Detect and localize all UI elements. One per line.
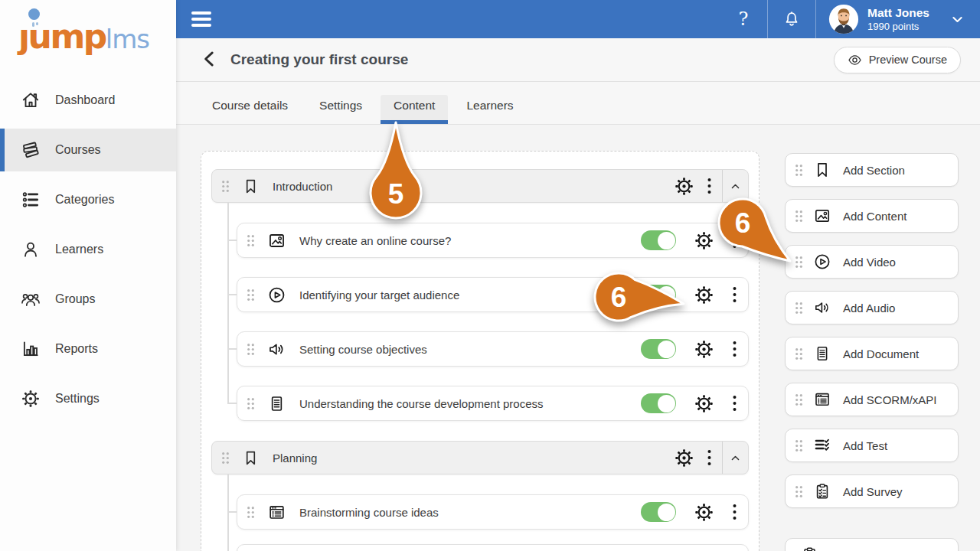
item-settings-gear-icon[interactable] (694, 230, 714, 251)
course-section-introduction: Introduction (211, 169, 749, 421)
add-video-button[interactable]: Add Video (785, 245, 959, 279)
sidebar-item-label: Categories (55, 193, 114, 207)
course-section-planning: Planning (211, 441, 749, 551)
sidebar-item-courses[interactable]: Courses (0, 129, 176, 171)
add-section-button[interactable]: Add Section (785, 153, 959, 187)
drag-handle-icon[interactable] (221, 180, 230, 193)
add-audio-button[interactable]: Add Audio (785, 291, 959, 324)
kebab-menu-icon[interactable] (732, 395, 737, 412)
drag-handle-icon[interactable] (247, 506, 255, 519)
sidebar-item-settings[interactable]: Settings (0, 377, 176, 420)
kebab-menu-icon[interactable] (732, 504, 737, 520)
enabled-toggle[interactable] (641, 502, 676, 522)
chevron-down-icon (950, 12, 965, 27)
course-tabs: Course details Settings Content Learners (176, 82, 980, 125)
user-name: Matt Jones (867, 5, 929, 20)
brand-logo[interactable]: ȷumplms (0, 0, 176, 79)
section-settings-gear-icon[interactable] (674, 176, 694, 197)
content-item-row: Setting course objectives (237, 331, 749, 367)
books-icon (21, 140, 41, 160)
page-title: Creating your first course (230, 51, 408, 68)
tab-learners[interactable]: Learners (453, 95, 526, 124)
paste-element-button[interactable]: Paste Element (785, 538, 959, 551)
user-info: Matt Jones 1990 points (867, 5, 929, 33)
sidebar-item-label: Courses (55, 143, 101, 157)
image-icon (267, 231, 286, 250)
drag-handle-icon (795, 439, 803, 452)
drag-handle-icon[interactable] (247, 234, 255, 247)
sidebar-item-categories[interactable]: Categories (0, 178, 176, 221)
section-settings-gear-icon[interactable] (674, 448, 694, 468)
content-item-title: Brainstorming course ideas (299, 506, 439, 519)
drag-handle-icon (795, 347, 803, 360)
notifications-button[interactable] (768, 0, 815, 38)
course-page: Creating your first course Preview Cours… (176, 38, 980, 551)
survey-icon (813, 482, 831, 500)
avatar (828, 4, 859, 34)
sidebar-item-reports[interactable]: Reports (0, 328, 176, 370)
item-settings-gear-icon[interactable] (694, 285, 714, 305)
sidebar: ȷumplms Dashboard Courses Categories Lea… (0, 0, 176, 551)
content-item-row: Understanding the course development pro… (237, 386, 749, 421)
logo-ball-icon (28, 8, 40, 20)
image-icon (813, 207, 831, 225)
topbar: ? (176, 0, 980, 38)
drag-handle-icon (795, 210, 803, 223)
chevron-left-icon (200, 49, 220, 69)
tab-content[interactable]: Content (381, 95, 448, 124)
sidebar-item-label: Learners (55, 243, 103, 256)
user-menu[interactable]: Matt Jones 1990 points (816, 0, 980, 38)
drag-handle-icon (795, 485, 803, 498)
hamburger-icon (191, 11, 211, 15)
collapse-section-button[interactable] (723, 170, 748, 202)
content-item-title: Identifying your target audience (299, 289, 459, 302)
play-circle-icon (267, 285, 286, 305)
tab-settings[interactable]: Settings (306, 95, 375, 124)
item-settings-gear-icon[interactable] (694, 393, 714, 414)
gear-icon (21, 389, 41, 409)
scorm-icon (267, 503, 286, 522)
enabled-toggle[interactable] (641, 285, 676, 305)
add-survey-button[interactable]: Add Survey (785, 474, 959, 508)
section-header: Planning (211, 441, 749, 474)
help-icon: ? (739, 8, 749, 30)
bar-chart-icon (21, 339, 41, 359)
clipboard-icon (801, 546, 819, 551)
document-icon (267, 394, 286, 413)
person-icon (21, 240, 41, 259)
sidebar-item-groups[interactable]: Groups (0, 278, 176, 321)
add-scorm-button[interactable]: Add SCORM/xAPI (785, 383, 959, 416)
drag-handle-icon[interactable] (247, 397, 255, 410)
item-settings-gear-icon[interactable] (694, 502, 714, 523)
section-items: Brainstorming course ideas (211, 494, 749, 551)
sidebar-item-learners[interactable]: Learners (0, 228, 176, 271)
drag-handle-icon[interactable] (247, 343, 255, 356)
enabled-toggle[interactable] (641, 393, 676, 413)
add-content-button[interactable]: Add Content (785, 199, 959, 233)
drag-handle-icon[interactable] (247, 289, 255, 302)
back-button[interactable] (199, 49, 220, 70)
preview-course-button[interactable]: Preview Course (834, 47, 961, 73)
kebab-menu-icon[interactable] (732, 232, 737, 249)
kebab-menu-icon[interactable] (732, 341, 737, 357)
help-button[interactable]: ? (720, 0, 767, 38)
tab-course-details[interactable]: Course details (199, 95, 301, 124)
add-document-button[interactable]: Add Document (785, 337, 959, 370)
kebab-menu-icon[interactable] (707, 449, 712, 466)
kebab-menu-icon[interactable] (732, 286, 737, 303)
sidebar-item-dashboard[interactable]: Dashboard (0, 79, 176, 122)
bookmark-icon (242, 449, 260, 467)
drag-handle-icon[interactable] (221, 452, 230, 465)
item-settings-gear-icon[interactable] (694, 339, 714, 360)
scorm-icon (813, 390, 831, 409)
element-palette: Add Section Add Content Add Video (785, 151, 959, 551)
enabled-toggle[interactable] (641, 339, 676, 359)
enabled-toggle[interactable] (641, 230, 676, 250)
hamburger-menu-button[interactable] (191, 11, 211, 27)
chevron-up-icon (730, 181, 741, 192)
content-item-row: Identifying your target audience (237, 277, 749, 312)
collapse-section-button[interactable] (723, 442, 748, 474)
eye-icon (848, 53, 862, 67)
kebab-menu-icon[interactable] (707, 178, 712, 194)
add-test-button[interactable]: Add Test (785, 429, 959, 462)
